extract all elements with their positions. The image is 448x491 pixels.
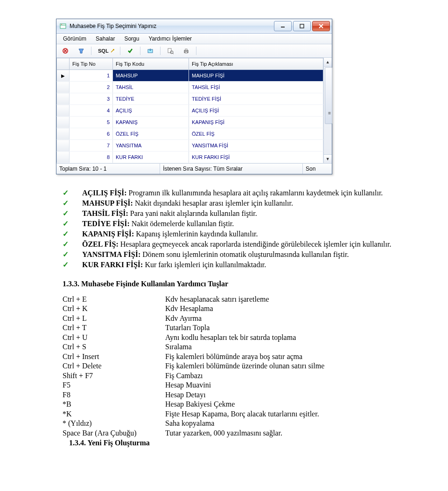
column-header-no[interactable]: Fiş Tip No [70,58,113,70]
shortcut-row: Ctrl + InsertFiş kalemleri bölümünde ara… [42,352,406,361]
check-icon: ✓ [74,219,82,228]
toolbar-print-icon[interactable] [180,45,192,56]
shortcut-row: *BHesap Bakiyesi Çekme [42,400,406,409]
cell-kod: YANSITMA [113,140,189,152]
cell-kod: MAHSUP [113,70,189,82]
shortcut-row: Ctrl + LKdv Ayırma [42,314,406,323]
row-indicator-icon [57,105,70,117]
row-indicator-icon [57,128,70,140]
window-buttons [274,21,330,31]
toolbar-print-preview-icon[interactable] [164,45,176,56]
check-icon: ✓ [74,229,82,239]
bullet-text: Nakit dışındaki hesaplar arası işlemler … [133,199,293,207]
table-row[interactable]: 3TEDİYETEDİYE FİŞİ [57,93,323,105]
cell-aciklama: TEDİYE FİŞİ [189,93,323,105]
list-item: ✓TEDİYE FİŞİ: Nakit ödemelerde kullanıla… [74,219,406,228]
cell-aciklama: TAHSİL FİŞİ [189,82,323,93]
cell-kod: KAPANIŞ [113,117,189,128]
cell-no: 6 [70,128,113,140]
shortcut-row: Ctrl + DeleteFiş kalemleri bölümünde üze… [42,361,406,371]
titlebar: Muhasebe Fiş Tip Seçimini Yapınız [56,19,332,34]
table-row[interactable]: ▶1MAHSUPMAHSUP FİŞİ [57,70,323,82]
row-indicator-icon [57,117,70,128]
shortcut-key: Ctrl + Delete [42,361,165,371]
bullet-text: Programın ilk kullanımında hesaplara ait… [127,189,383,197]
shortcut-row: Ctrl + SSıralama [42,342,406,352]
toolbar-filter-icon[interactable] [75,45,87,56]
shortcut-desc: Hesap Muavini [165,380,406,390]
row-indicator-icon [57,82,70,93]
column-header-aciklama[interactable]: Fiş Tip Açıklaması [189,58,323,70]
table-row[interactable]: 7YANSITMAYANSITMA FİŞİ [57,140,323,152]
bullet-head: KUR FARKI FİŞİ: [82,261,143,269]
shortcut-row: Ctrl + KKdv Hesaplama [42,304,406,313]
table-row[interactable]: 5KAPANIŞKAPANIŞ FİŞİ [57,117,323,128]
shortcut-key: Ctrl + E [42,295,165,304]
list-item: ✓MAHSUP FİŞİ: Nakit dışındaki hesaplar a… [74,199,406,208]
menu-gorunum[interactable]: Görünüm [58,35,91,43]
scroll-down-icon[interactable]: ▼ [324,154,332,163]
shortcut-key: Ctrl + Insert [42,352,165,361]
scroll-equal-icon: ≡ [328,111,331,116]
toolbar-cancel-icon[interactable] [59,45,71,56]
vertical-scrollbar[interactable]: ▲ ≡ ▼ [323,58,332,163]
cell-kod: TAHSİL [113,82,189,93]
toolbar-separator [196,47,196,55]
table-row[interactable]: 2TAHSİLTAHSİL FİŞİ [57,82,323,93]
grid-table: Fiş Tip No Fiş Tip Kodu Fiş Tip Açıklama… [56,58,323,163]
shortcut-row: Ctrl + TTutarları Topla [42,323,406,332]
shortcut-row: *KFişte Hesap Kapama, Borç alacak tutarl… [42,409,406,419]
toolbar-sql-button[interactable]: SQL [95,45,116,56]
cell-kod: TEDİYE [113,93,189,105]
list-item: ✓YANSITMA FİŞİ: Dönem sonu işlemlerinin … [74,250,406,259]
shortcut-key: *B [42,400,165,409]
shortcut-desc: Kdv hesaplanacak satırı işaretleme [165,295,406,304]
table-row[interactable]: 6ÖZEL FİŞÖZEL FİŞ [57,128,323,140]
shortcut-key: Ctrl + T [42,323,165,332]
shortcut-key: Shift + F7 [42,371,165,380]
shortcut-key: F8 [42,390,165,400]
row-indicator-icon [57,152,70,163]
table-row[interactable]: 8KUR FARKIKUR FARKI FİŞİ [57,152,323,163]
menu-yardimci[interactable]: Yardımcı İşlemler [144,35,196,43]
column-header-indicator[interactable] [57,58,70,70]
statusbar: Toplam Sıra: 10 - 1 İstenen Sıra Sayısı:… [56,163,332,174]
shortcut-desc: Hesap Detayı [165,390,406,400]
table-row[interactable]: 4AÇILIŞAÇILIŞ FİŞİ [57,105,323,117]
minimize-button[interactable] [274,21,292,31]
toolbar-separator [160,47,161,55]
svg-rect-5 [168,48,171,53]
shortcut-desc: Tutarları Topla [165,323,406,332]
menu-sorgu[interactable]: Sorgu [119,35,144,43]
toolbar-check-icon[interactable] [124,45,136,56]
list-item: ✓ÖZEL FİŞ: Hesaplara geçmeyecek ancak ra… [74,240,406,249]
shortcut-key: F5 [42,380,165,390]
shortcut-row: Ctrl + EKdv hesaplanacak satırı işaretle… [42,295,406,304]
row-indicator-icon: ▶ [57,70,70,82]
toolbar-export-icon[interactable] [144,45,156,56]
shortcut-desc: Fiş kalemleri bölümünde araya boş satır … [165,352,406,361]
bullet-text: Hesaplara geçmeyecek ancak raporlarda is… [119,240,392,248]
menu-sahalar[interactable]: Sahalar [91,35,119,43]
grid-wrap: Fiş Tip No Fiş Tip Kodu Fiş Tip Açıklama… [56,58,332,163]
shortcut-desc: Fişte Hesap Kapama, Borç alacak tutarlar… [165,409,406,419]
shortcut-desc: Aynı kodlu hesapları tek bir satırda top… [165,333,406,342]
cell-no: 1 [70,70,113,82]
column-header-kod[interactable]: Fiş Tip Kodu [113,58,189,70]
bullet-head: ÖZEL FİŞ: [82,240,119,248]
row-indicator-icon [57,140,70,152]
cell-kod: KUR FARKI [113,152,189,163]
list-item: ✓TAHSİL FİŞİ: Para yani nakit alışlarınd… [74,209,406,218]
window-title: Muhasebe Fiş Tip Seçimini Yapınız [70,23,274,29]
app-icon [59,22,67,30]
bullet-head: AÇILIŞ FİŞİ: [82,189,127,197]
bullet-text: Kur farkı işlemleri için kullanılmaktadı… [143,261,266,269]
close-button[interactable] [312,21,330,31]
list-item: ✓KAPANIŞ FİŞİ: Kapanış işlemlerinin kayd… [74,229,406,239]
maximize-button[interactable] [293,21,311,31]
scroll-up-icon[interactable]: ▲ [324,58,332,67]
svg-rect-0 [60,24,66,28]
cell-aciklama: MAHSUP FİŞİ [189,70,323,82]
cell-no: 7 [70,140,113,152]
toolbar-separator [91,47,91,55]
